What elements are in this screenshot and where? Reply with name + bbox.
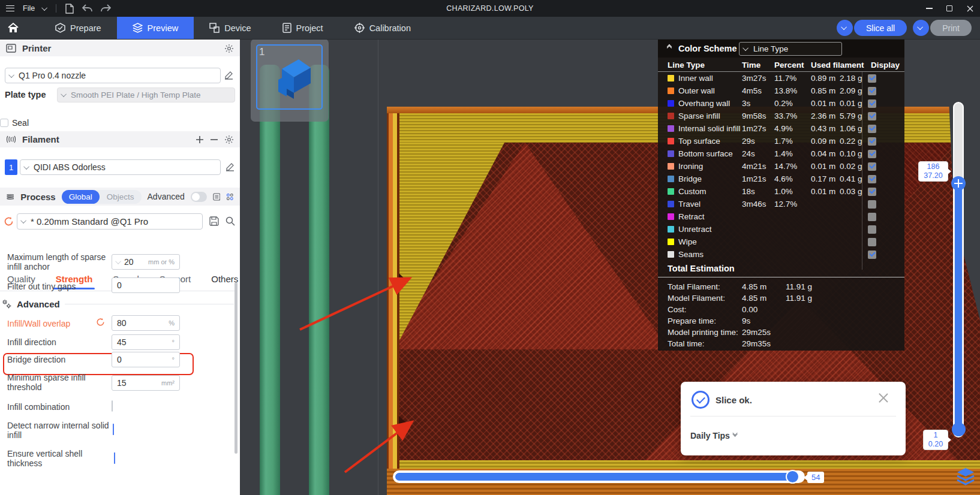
remove-filament-icon[interactable] [210, 135, 218, 144]
line-type-percent: 4.6% [774, 174, 811, 183]
preview-viewport[interactable]: 1 Color Scheme Line Type [240, 40, 980, 495]
line-type-label: Custom [678, 187, 742, 196]
maximize-button[interactable] [939, 0, 960, 17]
setting-input-infill-direction[interactable]: 45 ° [112, 334, 180, 350]
file-menu[interactable]: File [23, 4, 35, 13]
line-type-filament-weight: 0.41 g [840, 174, 868, 183]
tab-device-label: Device [224, 23, 251, 33]
layer-slider-top-handle[interactable] [951, 176, 966, 191]
settings-scrollbar[interactable] [235, 243, 238, 495]
process-preset-select[interactable]: * 0.20mm Standard @Q1 Pro [17, 213, 203, 230]
line-type-filament-length: 2.36 m [811, 111, 840, 120]
display-checkbox[interactable] [868, 162, 876, 171]
tab-device[interactable]: Device [194, 17, 266, 39]
setting-input-anchor[interactable]: 20 mm or % [112, 254, 180, 270]
layers-icon[interactable] [955, 467, 976, 485]
list-view-icon[interactable] [213, 192, 221, 201]
plate-type-select[interactable]: Smooth PEI Plate / High Temp Plate [57, 87, 235, 102]
layer-slider-bottom-handle[interactable] [952, 422, 966, 436]
printer-settings-gear-icon[interactable] [224, 44, 234, 53]
total-row: Model Filament:4.85 m11.91 g [658, 292, 904, 304]
setting-input-bridge-direction[interactable]: 0 ° [112, 352, 180, 367]
line-type-label: Sparse infill [678, 111, 742, 120]
tab-calibration[interactable]: Calibration [339, 17, 426, 39]
col-used-filament: Used filament [811, 61, 871, 70]
line-type-time: 3m27s [742, 74, 774, 83]
display-checkbox[interactable] [868, 112, 876, 120]
plate-thumbnail[interactable]: 1 [251, 40, 329, 122]
display-checkbox[interactable] [868, 125, 876, 133]
display-checkbox[interactable] [868, 200, 876, 209]
overlap-reset-icon[interactable] [96, 318, 105, 327]
slice-dropdown-button[interactable] [837, 20, 853, 36]
save-preset-icon[interactable] [209, 216, 219, 226]
close-button[interactable] [960, 0, 980, 17]
filament-slot-badge[interactable]: 1 [5, 159, 17, 175]
collapse-icon[interactable] [668, 47, 671, 50]
filament-preset-select[interactable]: QIDI ABS Odorless [20, 159, 221, 175]
tab-project[interactable]: Project [267, 17, 339, 39]
layer-bottom-tooltip: 1 0.20 [923, 430, 948, 450]
line-type-swatch [668, 251, 674, 258]
move-slider-handle[interactable] [786, 470, 799, 484]
setting-input-gaps[interactable]: 0 [112, 277, 180, 293]
redo-icon[interactable] [101, 4, 111, 13]
display-checkbox[interactable] [868, 213, 876, 221]
setting-label-infill-direction: Infill direction [7, 337, 109, 347]
seal-checkbox[interactable] [0, 119, 8, 127]
settings-grid-icon[interactable] [226, 192, 234, 201]
display-checkbox[interactable] [868, 250, 876, 259]
view-mode-select[interactable]: Line Type [739, 42, 842, 56]
print-button[interactable]: Print [930, 20, 972, 36]
tab-preview[interactable]: Preview [117, 17, 194, 39]
ensure-vertical-checkbox[interactable] [114, 452, 115, 464]
legend-row: Internal solid infill1m27s4.9%0.43 m1.06… [658, 122, 904, 135]
setting-input-overlap[interactable]: 80 % [112, 315, 180, 331]
display-checkbox[interactable] [868, 137, 876, 146]
line-type-time: 18s [742, 187, 774, 196]
display-checkbox[interactable] [868, 188, 876, 196]
minimize-button[interactable] [919, 0, 939, 17]
advanced-toggle[interactable] [191, 192, 207, 202]
filament-settings-gear-icon[interactable] [224, 135, 234, 144]
display-checkbox[interactable] [868, 225, 876, 234]
scope-global-option[interactable]: Global [62, 190, 100, 204]
line-type-swatch [668, 113, 674, 119]
layer-bottom-height: 0.20 [926, 440, 945, 449]
new-project-icon[interactable] [65, 4, 74, 14]
advanced-gears-icon [1, 298, 12, 309]
undo-icon[interactable] [82, 4, 92, 13]
tab-prepare[interactable]: Prepare [40, 17, 117, 39]
display-checkbox[interactable] [868, 87, 876, 95]
hamburger-menu-icon[interactable] [6, 5, 14, 11]
setting-label-ensure: Ensure vertical shell thickness [7, 449, 109, 468]
total-row: Prepare time:9s [658, 315, 904, 327]
search-settings-icon[interactable] [226, 216, 235, 226]
display-checkbox[interactable] [868, 175, 876, 183]
detect-narrow-checkbox[interactable] [113, 424, 114, 435]
display-checkbox[interactable] [868, 238, 876, 246]
printer-edit-icon[interactable] [224, 71, 233, 80]
print-dropdown-button[interactable] [913, 20, 929, 36]
slice-all-button[interactable]: Slice all [854, 20, 907, 36]
scope-objects-option[interactable]: Objects [100, 190, 142, 204]
line-type-filament-weight: 0.03 g [840, 187, 868, 196]
home-button[interactable] [0, 17, 26, 39]
move-slider-track[interactable] [393, 470, 805, 483]
display-checkbox[interactable] [868, 150, 876, 158]
preview-icon [133, 23, 143, 33]
filament-edit-icon[interactable] [226, 162, 235, 171]
add-filament-icon[interactable] [196, 135, 204, 144]
printer-preset-select[interactable]: Q1 Pro 0.4 nozzle [5, 68, 221, 83]
file-menu-chevron-icon[interactable] [41, 5, 47, 11]
daily-tips-toggle[interactable]: Daily Tips [690, 431, 738, 440]
process-reset-icon[interactable] [4, 216, 14, 227]
display-checkbox[interactable] [868, 99, 876, 108]
notification-close-icon[interactable] [877, 391, 890, 405]
legend-row: Inner wall3m27s11.7%0.89 m2.18 g [658, 72, 904, 84]
line-type-label: Wipe [678, 237, 742, 246]
display-checkbox[interactable] [868, 74, 876, 83]
setting-input-threshold[interactable]: 15 mm² [112, 375, 180, 391]
infill-combination-checkbox[interactable] [112, 400, 113, 412]
scrollbar-thumb[interactable] [235, 282, 238, 454]
